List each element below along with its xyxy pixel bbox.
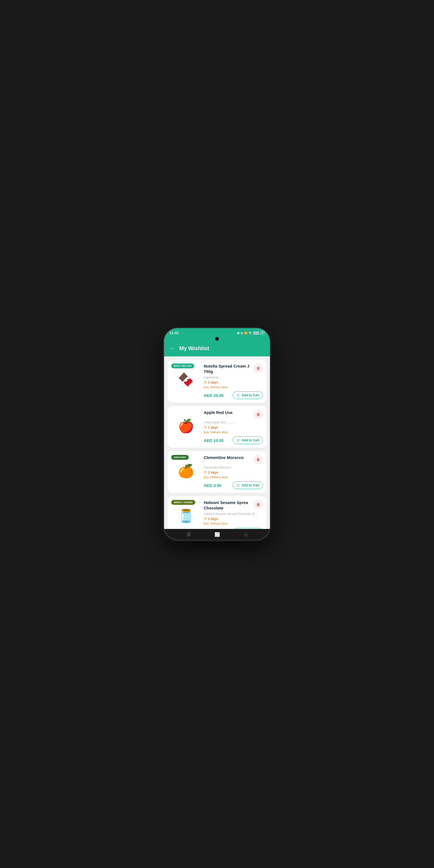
phone-shell: 11:42 ▣ ◉ 📶 📡 ▐▐▐ 29 ← My Wishlist xyxy=(164,328,270,540)
product-name-apple: Apple Red Usa xyxy=(204,410,254,415)
camera-area xyxy=(164,337,270,342)
nav-menu-button[interactable]: ☰ xyxy=(187,532,191,537)
clock-icon-sesame: ⏱ xyxy=(204,517,207,521)
clock-icon-clementine: ⏱ xyxy=(204,471,207,474)
delivery-row-sesame: ⏱ 2 days xyxy=(204,517,263,521)
add-to-cart-nutella[interactable]: 🛒 Add to Cart xyxy=(233,392,263,399)
wifi-icon: 📶 xyxy=(244,332,247,335)
cart-icon-nutella: 🛒 xyxy=(236,393,240,397)
add-to-cart-clementine[interactable]: 🛒 Add to Cart xyxy=(233,482,263,489)
delivery-days-nutella: 2 days xyxy=(208,380,218,384)
product-desc-sesame: Halwani Sesame Spread Chocolate 36.... xyxy=(204,512,263,516)
delivery-days-sesame: 2 days xyxy=(208,517,218,521)
badge-organic: ORGANIC xyxy=(171,455,189,460)
bottom-nav: ☰ ⬜ ◁ xyxy=(164,529,270,540)
price-cart-row-clementine: AED 9.95 🛒 Add to Cart xyxy=(204,482,263,489)
price-apple: AED 10.95 xyxy=(204,438,223,443)
delivery-label-clementine: Esti. Delivery time xyxy=(204,475,263,479)
product-card-apple: 🍎 Apple Red Usa 🗑 Fresh Apple Red ......… xyxy=(167,406,267,448)
delivery-row-clementine: ⏱ 2 days xyxy=(204,471,263,474)
product-info-clementine: Clementine Morocco 🗑 Clementine Morocco … xyxy=(204,455,263,489)
add-to-cart-sesame[interactable]: 🛒 Add to Cart xyxy=(233,528,263,529)
product-image-wrap-nutella: BEST SELLER 🍫 xyxy=(171,364,201,399)
product-list: BEST SELLER 🍫 Nutella Spread Cream J 750… xyxy=(164,356,270,529)
clock-icon-apple: ⏱ xyxy=(204,426,207,429)
product-info-apple: Apple Red Usa 🗑 Fresh Apple Red ........… xyxy=(204,410,263,444)
bars-icon: ▐▐▐ xyxy=(253,332,258,335)
product-header-row-clementine: Clementine Morocco 🗑 xyxy=(204,455,263,464)
signal-icon: 📡 xyxy=(248,332,252,335)
delete-button-sesame[interactable]: 🗑 xyxy=(254,500,263,509)
product-card-nutella: BEST SELLER 🍫 Nutella Spread Cream J 750… xyxy=(167,360,267,403)
delivery-label-nutella: Esti. Delivery time xyxy=(204,385,263,389)
status-icons: ▣ ◉ 📶 📡 ▐▐▐ 29 xyxy=(237,331,265,335)
phone-screen: 11:42 ▣ ◉ 📶 📡 ▐▐▐ 29 ← My Wishlist xyxy=(164,328,270,540)
product-desc-nutella: Ingredients ... xyxy=(204,376,263,379)
add-to-cart-label-clementine: Add to Cart xyxy=(242,484,259,487)
product-desc-apple: Fresh Apple Red .......... xyxy=(204,421,263,424)
product-card-sesame: NEWLY ADDED 🫙 Halwani Sesame Sprea Choco… xyxy=(167,496,267,529)
product-info-nutella: Nutella Spread Cream J 750g 🗑 Ingredient… xyxy=(204,364,263,399)
trash-icon-sesame: 🗑 xyxy=(256,502,260,507)
status-time: 11:42 xyxy=(169,331,179,335)
product-image-apple: 🍎 xyxy=(171,412,201,440)
product-header-row-apple: Apple Red Usa 🗑 xyxy=(204,410,263,419)
product-image-wrap-apple: 🍎 xyxy=(171,410,201,444)
trash-icon-nutella: 🗑 xyxy=(256,366,260,370)
delete-button-clementine[interactable]: 🗑 xyxy=(254,455,263,464)
add-to-cart-apple[interactable]: 🛒 Add to Cart xyxy=(233,436,263,444)
cart-icon-apple: 🛒 xyxy=(236,438,240,442)
product-image-nutella: 🍫 xyxy=(171,366,201,393)
delivery-label-sesame: Esti. Delivery time xyxy=(204,522,263,525)
product-desc-clementine: Clementine Morocco xyxy=(204,466,263,469)
page-title: My Wishlist xyxy=(179,345,209,351)
product-image-wrap-sesame: NEWLY ADDED 🫙 xyxy=(171,500,201,529)
trash-icon-apple: 🗑 xyxy=(256,412,260,416)
clock-icon-nutella: ⏱ xyxy=(204,380,207,384)
add-to-cart-label-nutella: Add to Cart xyxy=(242,393,259,397)
delivery-label-apple: Esti. Delivery time xyxy=(204,431,263,434)
product-name-nutella: Nutella Spread Cream J 750g xyxy=(204,364,254,374)
product-info-sesame: Halwani Sesame Sprea Chocolate 🗑 Halwani… xyxy=(204,500,263,529)
delivery-row-nutella: ⏱ 2 days xyxy=(204,380,263,384)
price-cart-row-sesame: AED 19.75 🛒 Add to Cart xyxy=(204,528,263,529)
header: ← My Wishlist xyxy=(164,342,270,356)
delivery-days-apple: 1 days xyxy=(208,426,218,429)
vibrate-icon: ▣ xyxy=(237,332,240,335)
product-image-sesame: 🫙 xyxy=(171,503,201,529)
delivery-days-clementine: 2 days xyxy=(208,471,218,474)
delete-button-apple[interactable]: 🗑 xyxy=(254,410,263,419)
camera-dot xyxy=(215,337,219,341)
price-nutella: AED 26.95 xyxy=(204,393,223,398)
price-cart-row-nutella: AED 26.95 🛒 Add to Cart xyxy=(204,392,263,399)
delete-button-nutella[interactable]: 🗑 xyxy=(254,364,263,373)
product-header-row-nutella: Nutella Spread Cream J 750g 🗑 xyxy=(204,364,263,374)
cart-icon-clementine: 🛒 xyxy=(236,484,240,487)
product-name-clementine: Clementine Morocco xyxy=(204,455,254,460)
product-name-sesame: Halwani Sesame Sprea Chocolate xyxy=(204,500,254,510)
price-cart-row-apple: AED 10.95 🛒 Add to Cart xyxy=(204,436,263,444)
add-to-cart-label-apple: Add to Cart xyxy=(242,438,259,442)
product-header-row-sesame: Halwani Sesame Sprea Chocolate 🗑 xyxy=(204,500,263,510)
product-card-clementine: ORGANIC 🍊 Clementine Morocco 🗑 Clementin… xyxy=(167,451,267,493)
product-image-wrap-clementine: ORGANIC 🍊 xyxy=(171,455,201,489)
price-clementine: AED 9.95 xyxy=(204,483,221,488)
location-icon: ◉ xyxy=(241,332,243,335)
back-button[interactable]: ← xyxy=(169,345,175,351)
badge-newlyadded: NEWLY ADDED xyxy=(171,500,195,505)
trash-icon-clementine: 🗑 xyxy=(256,457,260,462)
product-image-clementine: 🍊 xyxy=(171,458,201,485)
battery-level: 29 xyxy=(259,331,265,335)
delivery-row-apple: ⏱ 1 days xyxy=(204,426,263,429)
badge-bestseller: BEST SELLER xyxy=(171,364,194,368)
nav-home-button[interactable]: ⬜ xyxy=(215,532,220,537)
status-bar: 11:42 ▣ ◉ 📶 📡 ▐▐▐ 29 xyxy=(164,328,270,337)
nav-back-button[interactable]: ◁ xyxy=(244,532,247,537)
